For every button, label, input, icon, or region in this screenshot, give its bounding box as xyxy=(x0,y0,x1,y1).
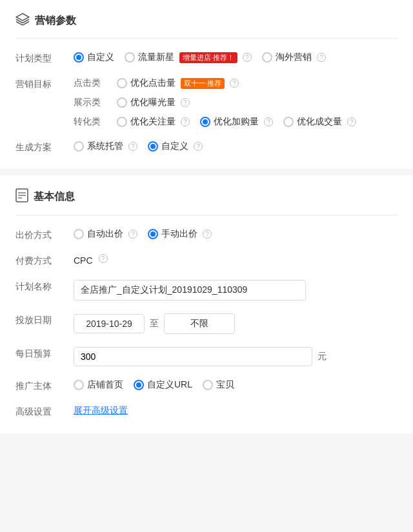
goal-opt-deal-label: 优化成交量 xyxy=(297,116,342,128)
bid-manual-label: 手动出价 xyxy=(161,228,197,240)
plan-custom[interactable]: 自定义 ? xyxy=(148,141,203,152)
subject-custom-url[interactable]: 自定义URL xyxy=(134,379,192,391)
marketing-section: 营销参数 计划类型 自定义 流量新星 增量进店·推荐！ ? xyxy=(0,0,413,169)
advanced-settings-row: 高级设置 展开高级设置 xyxy=(15,405,398,418)
out-marketing-help-icon[interactable]: ? xyxy=(317,53,326,62)
opt-follow-help-icon[interactable]: ? xyxy=(181,117,190,126)
marketing-goal-row: 营销目标 点击类 优化点击量 双十一·推荐 ? xyxy=(15,77,398,128)
daily-budget-content: 元 xyxy=(74,347,398,366)
plan-name-input[interactable] xyxy=(74,280,306,300)
promotion-subject-label: 推广主体 xyxy=(15,379,74,392)
subject-shop-home[interactable]: 店铺首页 xyxy=(74,379,123,391)
goal-opt-follow[interactable]: 优化关注量 ? xyxy=(117,116,190,128)
opt-click-badge: 双十一·推荐 xyxy=(181,78,225,89)
goal-opt-click-label: 优化点击量 xyxy=(130,77,176,89)
launch-date-row: 投放日期 2019-10-29 至 不限 xyxy=(15,313,398,334)
promotion-subject-content: 店铺首页 自定义URL 宝贝 xyxy=(74,379,398,391)
goal-opt-deal[interactable]: 优化成交量 ? xyxy=(283,116,356,128)
plan-name-row: 计划名称 xyxy=(15,280,398,300)
plan-type-content: 自定义 流量新星 增量进店·推荐！ ? 淘外营销 ? xyxy=(74,52,398,63)
plan-type-custom[interactable]: 自定义 xyxy=(74,52,114,63)
goal-opt-cart-radio[interactable] xyxy=(200,117,210,127)
opt-exposure-help-icon[interactable]: ? xyxy=(181,98,190,107)
budget-unit: 元 xyxy=(317,351,327,362)
opt-deal-help-icon[interactable]: ? xyxy=(347,117,356,126)
sys-managed-help-icon[interactable]: ? xyxy=(128,142,137,151)
goal-opt-exposure-label: 优化曝光量 xyxy=(130,97,176,108)
plan-sys-managed-radio[interactable] xyxy=(74,141,84,152)
plan-type-new-traffic-radio[interactable] xyxy=(125,52,135,63)
bid-manual[interactable]: 手动出价 ? xyxy=(148,228,212,240)
payment-method-content: CPC ? xyxy=(74,254,398,266)
opt-click-help-icon[interactable]: ? xyxy=(230,79,239,88)
goal-display-row: 展示类 优化曝光量 ? xyxy=(74,97,356,108)
subject-shop-home-radio[interactable] xyxy=(74,380,84,390)
promotion-subject-radio-group: 店铺首页 自定义URL 宝贝 xyxy=(74,379,234,391)
marketing-goal-content: 点击类 优化点击量 双十一·推荐 ? 展示类 xyxy=(74,77,398,128)
plan-type-out-marketing-label: 淘外营销 xyxy=(276,52,312,63)
plan-type-label: 计划类型 xyxy=(15,52,74,64)
basic-icon xyxy=(15,188,28,206)
goal-opt-exposure[interactable]: 优化曝光量 ? xyxy=(117,97,190,108)
budget-row: 元 xyxy=(74,347,327,366)
goal-opt-follow-label: 优化关注量 xyxy=(130,116,176,128)
bid-auto-help-icon[interactable]: ? xyxy=(128,230,137,239)
plan-type-out-marketing[interactable]: 淘外营销 ? xyxy=(262,52,326,63)
daily-budget-label: 每日预算 xyxy=(15,347,74,360)
new-traffic-badge: 增量进店·推荐！ xyxy=(179,52,237,63)
payment-method-row: 付费方式 CPC ? xyxy=(15,254,398,267)
goal-opt-deal-radio[interactable] xyxy=(283,117,294,127)
subject-product-radio[interactable] xyxy=(203,380,213,390)
launch-date-label: 投放日期 xyxy=(15,313,74,326)
bid-manual-radio[interactable] xyxy=(148,229,158,239)
plan-custom-help-icon[interactable]: ? xyxy=(194,142,203,151)
goal-conversion-row: 转化类 优化关注量 ? 优化加购量 ? xyxy=(74,116,356,128)
payment-method-label: 付费方式 xyxy=(15,254,74,267)
generation-plan-label: 生成方案 xyxy=(15,141,74,153)
basic-section: 基本信息 出价方式 自动出价 ? 手动出价 ? 付费方式 CPC xyxy=(0,175,413,433)
date-end[interactable]: 不限 xyxy=(164,313,235,334)
new-traffic-help-icon[interactable]: ? xyxy=(243,53,252,62)
date-start[interactable]: 2019-10-29 xyxy=(74,314,145,333)
goal-click-row: 点击类 优化点击量 双十一·推荐 ? xyxy=(74,77,356,89)
plan-type-custom-radio[interactable] xyxy=(74,52,84,63)
plan-type-row: 计划类型 自定义 流量新星 增量进店·推荐！ ? 淘外营销 xyxy=(15,52,398,64)
generation-plan-radio-group: 系统托管 ? 自定义 ? xyxy=(74,141,203,152)
bid-auto[interactable]: 自动出价 ? xyxy=(74,228,137,240)
date-range: 2019-10-29 至 不限 xyxy=(74,313,235,334)
daily-budget-row: 每日预算 元 xyxy=(15,347,398,366)
subject-custom-url-radio[interactable] xyxy=(134,380,144,390)
subject-product[interactable]: 宝贝 xyxy=(203,379,234,391)
goal-opt-follow-radio[interactable] xyxy=(117,117,127,127)
advanced-settings-link[interactable]: 展开高级设置 xyxy=(74,405,128,417)
plan-sys-managed-label: 系统托管 xyxy=(87,141,123,152)
advanced-settings-content: 展开高级设置 xyxy=(74,405,398,417)
goal-opt-exposure-radio[interactable] xyxy=(117,97,127,108)
goal-conversion-label: 转化类 xyxy=(74,116,109,128)
plan-type-radio-group: 自定义 流量新星 增量进店·推荐！ ? 淘外营销 ? xyxy=(74,52,326,63)
goal-opt-click-radio[interactable] xyxy=(117,78,127,88)
plan-type-custom-label: 自定义 xyxy=(87,52,114,63)
goal-opt-click[interactable]: 优化点击量 双十一·推荐 ? xyxy=(117,77,239,89)
goal-click-label: 点击类 xyxy=(74,77,109,89)
bid-manual-help-icon[interactable]: ? xyxy=(203,230,212,239)
opt-cart-help-icon[interactable]: ? xyxy=(264,117,273,126)
plan-type-new-traffic[interactable]: 流量新星 增量进店·推荐！ ? xyxy=(125,52,252,63)
goal-opt-cart-label: 优化加购量 xyxy=(214,116,259,128)
subject-product-label: 宝贝 xyxy=(216,379,234,391)
bid-auto-label: 自动出价 xyxy=(87,228,123,240)
plan-sys-managed[interactable]: 系统托管 ? xyxy=(74,141,137,152)
plan-custom-radio[interactable] xyxy=(148,141,158,152)
bid-method-label: 出价方式 xyxy=(15,228,74,241)
plan-type-out-marketing-radio[interactable] xyxy=(262,52,272,63)
goal-opt-cart[interactable]: 优化加购量 ? xyxy=(200,116,273,128)
bid-auto-radio[interactable] xyxy=(74,229,84,239)
payment-method-value: CPC xyxy=(74,254,93,266)
bid-method-row: 出价方式 自动出价 ? 手动出价 ? xyxy=(15,228,398,241)
date-separator: 至 xyxy=(150,318,159,330)
daily-budget-input[interactable] xyxy=(74,347,312,366)
subject-shop-home-label: 店铺首页 xyxy=(87,379,123,391)
plan-name-content xyxy=(74,280,398,300)
plan-type-new-traffic-label: 流量新星 xyxy=(138,52,174,63)
payment-method-help-icon[interactable]: ? xyxy=(99,254,108,263)
